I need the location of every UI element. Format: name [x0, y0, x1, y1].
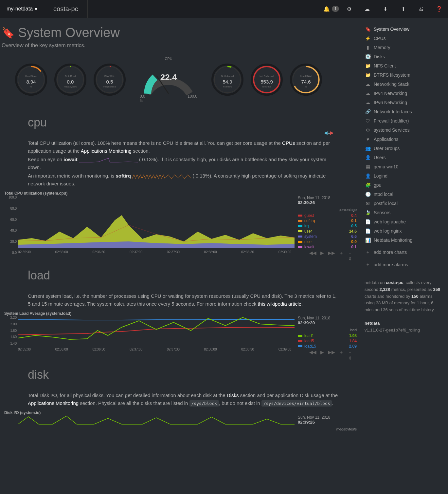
- chart-rewind-icon[interactable]: ◀◀: [309, 250, 316, 256]
- add-more-charts[interactable]: ＋ add more charts: [363, 247, 442, 257]
- chart-diskio-time: 02:39:26: [298, 420, 357, 425]
- gauge-swap[interactable]: Used Swap 8.94 %: [15, 63, 47, 96]
- chart-diskio-canvas[interactable]: [2, 415, 295, 425]
- sidebar-item-user-groups[interactable]: 👥User Groups: [363, 144, 442, 153]
- chart-load-canvas[interactable]: 2.202.001.801.601.40 load 02:35:3002:36:…: [2, 316, 295, 352]
- legend-row-nice[interactable]: nice0.0: [298, 239, 357, 244]
- link-apps-mon[interactable]: Applications Monitoring: [81, 148, 132, 154]
- sidebar-item-memory[interactable]: ▮Memory: [363, 43, 442, 52]
- sidebar-item-gpu[interactable]: 🧩gpu: [363, 180, 442, 190]
- menu-icon: ☁: [365, 82, 371, 87]
- tick-label: 02:39:00: [278, 250, 291, 254]
- gauge-disk-write[interactable]: Disk Write 0.5 megabytes/s: [93, 63, 126, 96]
- menu-icon: ♥: [365, 137, 371, 142]
- link-cpus[interactable]: CPUs: [282, 140, 295, 146]
- section-cpu-heading: cpu: [28, 116, 340, 129]
- settings-button[interactable]: ⚙: [340, 0, 358, 18]
- legend-value: 1.98: [349, 333, 357, 338]
- sidebar-item-postfix-local[interactable]: ✉postfix local: [363, 199, 442, 208]
- legend-row-load15[interactable]: load152.09: [298, 344, 357, 349]
- print-button[interactable]: 🖨: [412, 0, 430, 18]
- legend-name: guest: [304, 213, 351, 218]
- gauge-net-in[interactable]: Net Inbound 54.9 kilobits/s: [211, 63, 244, 96]
- hostname-link[interactable]: costa-pc: [44, 0, 88, 18]
- chart-cpu-title: Total CPU utilization (system.cpu): [2, 191, 360, 196]
- chart-play-icon[interactable]: ▶: [320, 250, 324, 256]
- help-button[interactable]: ❓: [430, 0, 448, 18]
- section-drag-handle[interactable]: ◀≡▶: [324, 130, 334, 135]
- legend-row-user[interactable]: user14.6: [298, 229, 357, 234]
- sidebar-item-qemu-win10[interactable]: ▦qemu win10: [363, 162, 442, 171]
- chart-zoom-out-icon[interactable]: －: [348, 350, 352, 355]
- disk-para-1: Total Disk I/O, for all physical disks. …: [28, 391, 340, 407]
- gauge-ram[interactable]: Used RAM 74.6 %: [290, 63, 322, 96]
- legend-row-load1[interactable]: load11.98: [298, 333, 357, 338]
- legend-value: 14.6: [349, 229, 357, 234]
- chart-forward-icon[interactable]: ▶▶: [328, 250, 335, 256]
- sidebar-item-system-overview[interactable]: 🔖System Overview: [363, 25, 442, 34]
- cloud-button[interactable]: ☁: [358, 0, 376, 18]
- legend-swatch: [298, 335, 302, 337]
- chart-resize-icon[interactable]: ⇕: [348, 256, 352, 261]
- sidebar-item-web-log-apache[interactable]: 📄web log apache: [363, 217, 442, 226]
- chart-cpu-canvas[interactable]: 100.080.060.040.020.00.0 percentage 02:3…: [2, 196, 295, 255]
- chart-rewind-icon[interactable]: ◀◀: [309, 350, 316, 355]
- legend-row-iowait[interactable]: iowait0.1: [298, 244, 357, 250]
- chart-diskio-title: Disk I/O (system.io): [2, 410, 360, 415]
- legend-row-irq[interactable]: irq0.5: [298, 223, 357, 229]
- cpu-para-1: Total CPU utilization (all cores). 100% …: [28, 139, 340, 155]
- sidebar-item-ntpd-local[interactable]: 🕐ntpd local: [363, 190, 442, 199]
- sidebar-item-sensors[interactable]: 🍃Sensors: [363, 208, 442, 217]
- gauge-disk-read[interactable]: Disk Read 0.0 megabytes/s: [54, 63, 87, 96]
- sidebar-item-netdata-monitoring[interactable]: 📊Netdata Monitoring: [363, 236, 442, 245]
- link-apps-mon-2[interactable]: Applications Monitoring: [28, 400, 79, 406]
- section-load: load Current system load, i.e. the numbe…: [2, 262, 360, 308]
- sidebar-item-networking-stack[interactable]: ☁Networking Stack: [363, 80, 442, 89]
- sidebar-item-disks[interactable]: 💽Disks: [363, 52, 442, 61]
- chart-zoom-out-icon[interactable]: －: [348, 250, 352, 256]
- sidebar-item-systemd-services[interactable]: ⚙systemd Services: [363, 125, 442, 135]
- menu-icon: ▦: [365, 164, 371, 169]
- brand-dropdown[interactable]: my-netdata ▾: [0, 0, 44, 18]
- sidebar-item-applications[interactable]: ♥Applications: [363, 135, 442, 144]
- sidebar-item-nfs-client[interactable]: 📁NFS Client: [363, 61, 442, 70]
- tick-label: 02:36:00: [55, 348, 68, 351]
- sidebar-item-firewall-netfilter-[interactable]: 🛡Firewall (netfilter): [363, 116, 442, 125]
- sidebar-item-network-interfaces[interactable]: 🔗Network Interfaces: [363, 107, 442, 116]
- footer-product: netdata: [365, 321, 380, 326]
- legend-row-softirq[interactable]: softirq0.1: [298, 218, 357, 223]
- chart-load-time: 02:39:20: [298, 320, 357, 325]
- sidebar-item-cpus[interactable]: ⚡CPUs: [363, 34, 442, 43]
- gear-icon: ⚙: [347, 6, 351, 12]
- sidebar-item-ipv4-networking[interactable]: ☁IPv4 Networking: [363, 89, 442, 98]
- upload-button[interactable]: ⬆: [394, 0, 412, 18]
- add-more-alarms[interactable]: ＋ add more alarms: [363, 260, 442, 270]
- tick-label: 02:36:00: [55, 250, 68, 254]
- download-button[interactable]: ⬇: [376, 0, 394, 18]
- chart-diskio: Disk I/O (system.io) Sun, Nov 11, 2018 0…: [2, 410, 360, 432]
- gauge-net-out[interactable]: Net Outbound 553.9 kilobits/s: [250, 63, 283, 96]
- chart-zoom-in-icon[interactable]: ＋: [339, 350, 344, 355]
- chart-play-icon[interactable]: ▶: [320, 350, 324, 355]
- link-disks[interactable]: Disks: [227, 392, 239, 398]
- gauge-cpu[interactable]: CPU 22.4 0.0 100.0 %: [133, 57, 205, 103]
- sidebar-item-btrfs-filesystem[interactable]: 📁BTRFS filesystem: [363, 70, 442, 80]
- sidebar-item-logind[interactable]: 👤Logind: [363, 171, 442, 180]
- section-disk: disk Total Disk I/O, for all physical di…: [2, 361, 360, 407]
- tick-label: 02:39:00: [278, 348, 291, 351]
- chart-forward-icon[interactable]: ▶▶: [328, 350, 335, 355]
- legend-row-system[interactable]: system6.6: [298, 234, 357, 239]
- sidebar-item-ipv6-networking[interactable]: ☁IPv6 Networking: [363, 98, 442, 107]
- chart-resize-icon[interactable]: ⇕: [348, 355, 352, 361]
- chart-zoom-in-icon[interactable]: ＋: [339, 250, 344, 256]
- sidebar-item-label: web log apache: [374, 219, 406, 224]
- legend-name: iowait: [304, 245, 351, 249]
- alarms-button[interactable]: 🔔 1: [322, 0, 340, 18]
- legend-row-guest[interactable]: guest0.4: [298, 213, 357, 218]
- legend-value: 0.4: [351, 213, 357, 218]
- legend-row-load5[interactable]: load51.84: [298, 338, 357, 344]
- link-wikipedia[interactable]: this wikipedia article: [258, 301, 301, 307]
- sidebar-item-web-log-nginx[interactable]: 📄web log nginx: [363, 226, 442, 236]
- sidebar-item-label: Users: [374, 155, 386, 160]
- sidebar-item-users[interactable]: 👤Users: [363, 153, 442, 162]
